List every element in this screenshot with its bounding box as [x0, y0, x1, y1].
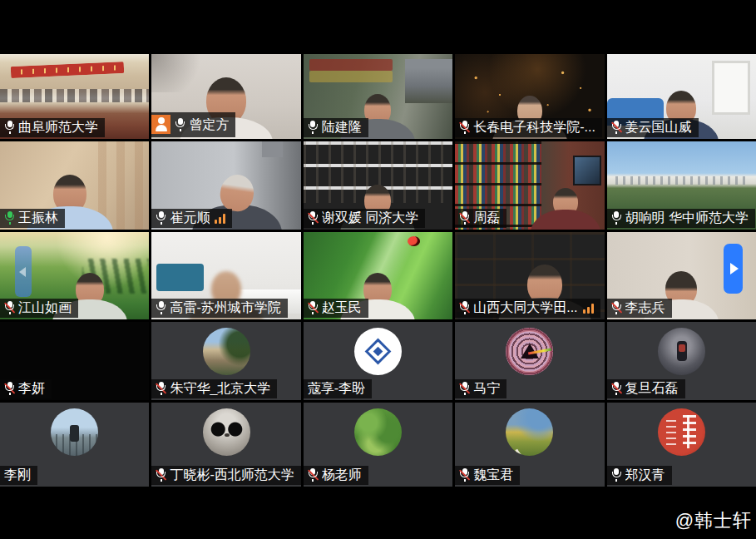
mic-on-icon — [175, 118, 185, 131]
participant-tile-3[interactable]: 陆建隆 — [304, 54, 452, 139]
mic-on-icon — [156, 301, 166, 314]
participant-tile-19[interactable]: 马宁 — [455, 322, 604, 400]
name-pill: 李志兵 — [607, 299, 672, 318]
participant-name: 赵玉民 — [322, 301, 362, 314]
participant-name: 王振林 — [18, 211, 58, 225]
name-pill: 江山如画 — [0, 299, 78, 318]
mic-muted-icon — [308, 301, 319, 314]
name-pill: 胡响明 华中师范大学 — [607, 209, 755, 228]
participant-name: 山西大同大学田... — [473, 301, 577, 314]
mic-muted-icon — [459, 468, 470, 482]
avatar — [203, 328, 250, 375]
participant-name: 高雷-苏州城市学院 — [170, 301, 280, 314]
participant-tile-6[interactable]: 王振林 — [0, 141, 149, 230]
participant-name: 复旦石磊 — [625, 382, 679, 395]
watermark: @韩士轩 — [675, 508, 752, 533]
name-pill: 高雷-苏州城市学院 — [151, 299, 287, 318]
participant-tile-24[interactable]: 魏宝君 — [455, 403, 604, 487]
participant-tile-5[interactable]: 姜云国山威 — [607, 54, 756, 139]
mic-muted-icon — [459, 121, 470, 134]
name-pill: 郑汉青 — [607, 466, 672, 485]
mic-muted-icon — [459, 211, 470, 225]
avatar — [658, 328, 705, 375]
participant-grid: 曲阜师范大学 曾定方 陆建隆 长春电子科技学院-.. — [0, 54, 756, 487]
name-pill: 李刚 — [0, 466, 37, 485]
name-pill: 朱守华_北京大学 — [151, 379, 277, 398]
participant-tile-8[interactable]: 谢双媛 同济大学 — [304, 141, 452, 230]
name-pill: 曲阜师范大学 — [0, 118, 105, 137]
avatar — [203, 408, 250, 456]
participant-tile-21[interactable]: 李刚 — [0, 403, 149, 487]
participant-tile-17[interactable]: 朱守华_北京大学 — [151, 322, 300, 400]
mic-muted-icon — [611, 382, 622, 395]
participant-tile-4[interactable]: 长春电子科技学院-... — [455, 54, 604, 139]
mic-muted-icon — [4, 301, 15, 314]
mic-muted-icon — [308, 211, 319, 225]
participant-tile-13[interactable]: 赵玉民 — [304, 232, 452, 319]
mic-muted-icon — [4, 382, 15, 395]
mic-muted-icon — [459, 301, 470, 314]
participant-name: 丁晓彬-西北师范大学 — [170, 468, 294, 482]
participant-name: 蔻享-李盼 — [308, 382, 365, 395]
participant-tile-14[interactable]: 山西大同大学田... — [455, 232, 604, 319]
mic-muted-icon — [611, 121, 622, 134]
mic-muted-icon — [459, 382, 470, 395]
participant-tile-18[interactable]: 蔻享-李盼 — [304, 322, 452, 400]
participant-name: 郑汉青 — [625, 468, 665, 482]
avatar — [506, 328, 553, 375]
participant-name: 李妍 — [18, 382, 45, 395]
host-badge-icon — [151, 115, 170, 134]
participant-name: 李志兵 — [625, 301, 665, 314]
participant-name: 长春电子科技学院-... — [473, 121, 595, 134]
mic-on-icon — [4, 121, 15, 134]
participant-name: 江山如画 — [18, 301, 72, 314]
mic-muted-icon — [611, 301, 622, 314]
name-pill: 蔻享-李盼 — [304, 379, 372, 398]
meeting-window: 曲阜师范大学 曾定方 陆建隆 长春电子科技学院-.. — [0, 0, 756, 539]
participant-tile-9[interactable]: 周磊 — [455, 141, 604, 230]
volume-bars-icon — [583, 303, 594, 314]
participant-name: 魏宝君 — [473, 468, 513, 482]
participant-name: 胡响明 华中师范大学 — [625, 211, 749, 225]
participant-name: 谢双媛 同济大学 — [322, 211, 418, 225]
name-pill: 李妍 — [0, 379, 52, 398]
name-pill: 赵玉民 — [304, 299, 368, 318]
person-silhouette — [511, 188, 605, 230]
mic-muted-icon — [308, 468, 319, 482]
name-pill: 魏宝君 — [455, 466, 520, 485]
participant-tile-7[interactable]: 崔元顺 — [151, 141, 300, 230]
mic-on-icon — [308, 121, 319, 134]
mic-speaking-icon — [4, 211, 15, 225]
participant-name: 陆建隆 — [322, 121, 362, 134]
mic-on-icon — [611, 468, 622, 482]
participant-name: 崔元顺 — [170, 211, 210, 225]
koushare-logo-icon — [363, 337, 393, 366]
participant-tile-12[interactable]: 高雷-苏州城市学院 — [151, 232, 300, 319]
participant-name: 曲阜师范大学 — [18, 121, 98, 134]
name-pill: 长春电子科技学院-... — [455, 118, 602, 137]
avatar — [354, 408, 402, 456]
participant-tile-1[interactable]: 曲阜师范大学 — [0, 54, 149, 139]
avatar — [506, 408, 553, 456]
participant-tile-20[interactable]: 复旦石磊 — [607, 322, 756, 400]
name-pill: 杨老师 — [304, 466, 368, 485]
name-pill: 马宁 — [455, 379, 506, 398]
next-page-button[interactable] — [724, 244, 743, 294]
name-pill: 山西大同大学田... — [455, 299, 600, 318]
participant-name: 李刚 — [4, 468, 31, 482]
participant-tile-23[interactable]: 杨老师 — [304, 403, 452, 487]
participant-tile-25[interactable]: 郑汉青 — [607, 403, 756, 487]
mic-on-icon — [156, 211, 166, 225]
name-pill: 丁晓彬-西北师范大学 — [151, 466, 300, 485]
prev-page-button[interactable] — [15, 246, 32, 297]
mic-muted-icon — [156, 468, 166, 482]
participant-tile-16[interactable]: 李妍 — [0, 322, 149, 400]
participant-name: 曾定方 — [189, 118, 229, 131]
name-pill: 崔元顺 — [151, 209, 232, 228]
participant-tile-22[interactable]: 丁晓彬-西北师范大学 — [151, 403, 300, 487]
avatar — [658, 408, 705, 456]
name-pill: 复旦石磊 — [607, 379, 685, 398]
participant-tile-10[interactable]: 胡响明 华中师范大学 — [607, 141, 756, 230]
participant-name: 杨老师 — [322, 468, 362, 482]
participant-tile-2[interactable]: 曾定方 — [151, 54, 300, 139]
